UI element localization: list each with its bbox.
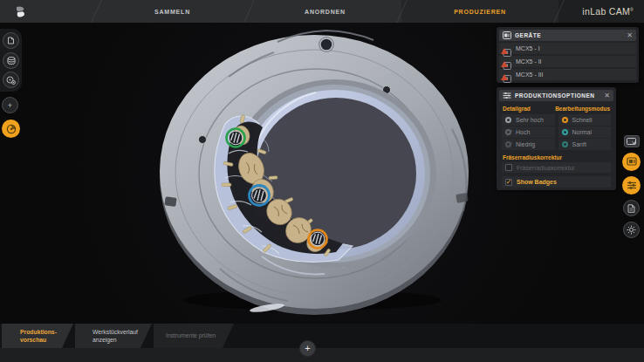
devices-button[interactable] bbox=[622, 153, 641, 171]
checkbox-unchecked-icon[interactable] bbox=[505, 164, 512, 171]
milling-machine-icon bbox=[627, 157, 637, 167]
option-label: Sehr hoch bbox=[516, 117, 544, 123]
tab-anordnen-label: ANORDNEN bbox=[305, 9, 346, 15]
disc-view-button[interactable] bbox=[2, 120, 20, 138]
warning-triangle-icon bbox=[501, 74, 508, 80]
options-panel-header[interactable]: PRODUKTIONSOPTIONEN ✕ bbox=[499, 90, 613, 101]
tab-produktionsvorschau[interactable]: Produktions- vorschau bbox=[2, 324, 73, 348]
instruments-button[interactable] bbox=[623, 222, 640, 238]
option-normal[interactable]: Normal bbox=[558, 126, 612, 138]
device-item-mcx5-2[interactable]: MCX5 - II bbox=[499, 56, 636, 67]
machine-icon bbox=[503, 71, 511, 79]
mode-radio-icon bbox=[562, 129, 568, 135]
mode-radio-icon bbox=[562, 141, 568, 147]
production-options-button[interactable] bbox=[622, 176, 641, 195]
tab-label: vorschau bbox=[20, 336, 73, 344]
option-schnell[interactable]: Schnell bbox=[558, 114, 612, 126]
fraeserradiuskorrektur-checkbox-row[interactable]: Fräserradiuskorrektur bbox=[502, 162, 611, 173]
detail-level-radio-icon bbox=[505, 129, 511, 135]
tab-werkstueckverlauf[interactable]: Werkstückverlauf anzeigen bbox=[75, 324, 152, 348]
disc-settings-icon[interactable] bbox=[3, 72, 19, 88]
options-header-icon bbox=[503, 92, 511, 99]
mode-radio-icon bbox=[562, 117, 568, 123]
tab-sammeln-label: SAMMELN bbox=[154, 9, 190, 15]
options-close-icon[interactable]: ✕ bbox=[604, 92, 610, 99]
production-options-panel: PRODUKTIONSOPTIONEN ✕ Detailgrad Bearbei… bbox=[497, 87, 616, 190]
tab-label: Produktions- bbox=[20, 328, 73, 336]
restoration-badge-green[interactable] bbox=[227, 129, 245, 147]
right-toolbar bbox=[622, 135, 641, 238]
device-label: MCX5 - III bbox=[516, 72, 544, 78]
show-badges-label: Show Badges bbox=[517, 179, 557, 185]
tab-label: Instrumente prüfen bbox=[166, 331, 234, 339]
material-stack-icon[interactable] bbox=[3, 52, 19, 69]
disc-view-icon bbox=[6, 124, 17, 134]
blank-sheet-icon[interactable] bbox=[3, 32, 19, 49]
tab-produzieren[interactable]: PRODUZIEREN bbox=[401, 0, 558, 23]
disc-mount-hole bbox=[319, 37, 334, 52]
tab-produzieren-label: PRODUZIEREN bbox=[454, 9, 506, 15]
devices-header-icon bbox=[503, 31, 511, 39]
option-label: Hoch bbox=[516, 129, 530, 135]
tab-anordnen[interactable]: ANORDNEN bbox=[249, 0, 401, 23]
warning-triangle-icon bbox=[501, 61, 508, 67]
options-panel-title: PRODUKTIONSOPTIONEN bbox=[515, 92, 600, 99]
tab-sammeln[interactable]: SAMMELN bbox=[96, 0, 249, 23]
fraeserradiuskorrektur-title: Fräserradiuskorrektur bbox=[499, 151, 613, 162]
checkbox-checked-icon[interactable]: ✓ bbox=[505, 179, 512, 186]
restoration-badge-orange[interactable] bbox=[309, 230, 327, 249]
left-toolbar bbox=[0, 29, 22, 92]
job-document-icon bbox=[627, 204, 635, 213]
devices-panel: GERÄTE ✕ MCX5 - I MCX5 - II MCX5 - III bbox=[497, 27, 639, 83]
brand-area: inLab CAM® bbox=[558, 0, 644, 23]
plus-icon: + bbox=[8, 101, 12, 110]
tab-instrumente-pruefen[interactable]: Instrumente prüfen bbox=[154, 324, 234, 348]
app-title: inLab CAM® bbox=[582, 6, 634, 17]
warning-triangle-icon bbox=[501, 48, 508, 54]
option-sehr-hoch[interactable]: Sehr hoch bbox=[502, 114, 555, 126]
app-window: SAMMELN ANORDNEN PRODUZIEREN inLab CAM® bbox=[0, 0, 644, 362]
checkbox-label: Fräserradiuskorrektur bbox=[517, 165, 575, 171]
add-blank-button[interactable]: + bbox=[2, 97, 18, 113]
restoration-badge-blue[interactable] bbox=[250, 186, 270, 206]
option-label: Sanft bbox=[572, 141, 586, 147]
machine-icon bbox=[503, 44, 511, 52]
option-label: Niedrig bbox=[516, 141, 535, 147]
instrument-motor-icon bbox=[627, 225, 636, 235]
devices-panel-header[interactable]: GERÄTE ✕ bbox=[499, 30, 636, 41]
option-hoch[interactable]: Hoch bbox=[502, 126, 555, 138]
devices-panel-title: GERÄTE bbox=[515, 32, 623, 38]
job-document-button[interactable] bbox=[623, 200, 640, 216]
option-label: Schnell bbox=[572, 117, 593, 123]
detail-level-radio-icon bbox=[505, 117, 511, 123]
devices-close-icon[interactable]: ✕ bbox=[627, 32, 633, 39]
preview-screen-icon bbox=[627, 138, 636, 146]
bearbeitungsmodus-group-title: Bearbeitungsmodus bbox=[554, 104, 611, 114]
machine-icon bbox=[503, 58, 511, 65]
device-item-mcx5-3[interactable]: MCX5 - III bbox=[499, 69, 636, 80]
device-item-mcx5-1[interactable]: MCX5 - I bbox=[499, 43, 636, 54]
app-logo bbox=[0, 0, 96, 23]
bottom-tab-bar: Produktions- vorschau Werkstückverlauf a… bbox=[0, 324, 644, 348]
device-label: MCX5 - II bbox=[516, 58, 542, 65]
registered-mark: ® bbox=[630, 7, 634, 12]
top-bar: SAMMELN ANORDNEN PRODUZIEREN inLab CAM® bbox=[0, 0, 644, 23]
option-label: Normal bbox=[572, 129, 593, 135]
production-options-icon bbox=[627, 181, 637, 190]
detailgrad-group-title: Detailgrad bbox=[502, 104, 551, 114]
show-badges-row[interactable]: ✓ Show Badges bbox=[502, 176, 611, 188]
detail-level-radio-icon bbox=[505, 141, 511, 147]
option-sanft[interactable]: Sanft bbox=[558, 139, 612, 150]
tab-label: anzeigen bbox=[92, 336, 152, 344]
bottom-strip: + bbox=[0, 348, 644, 362]
device-label: MCX5 - I bbox=[516, 45, 540, 51]
preview-screen-button[interactable] bbox=[624, 135, 640, 147]
view-nav-button[interactable]: + bbox=[299, 340, 316, 357]
option-niedrig[interactable]: Niedrig bbox=[502, 139, 555, 150]
dentsply-sirona-logo-icon bbox=[14, 5, 27, 18]
tab-label: Werkstückverlauf bbox=[92, 328, 152, 336]
